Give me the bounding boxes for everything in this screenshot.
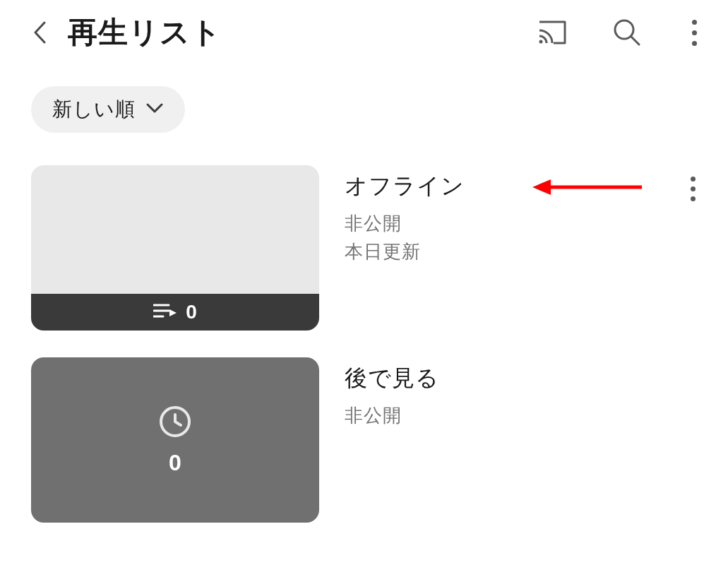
playlist-count-bar: 0	[31, 294, 319, 331]
cast-icon[interactable]	[537, 17, 568, 48]
search-icon[interactable]	[611, 17, 643, 48]
playlist-list: 0 オフライン 非公開 本日更新 0	[0, 143, 728, 523]
svg-point-0	[539, 40, 543, 44]
playlist-visibility: 非公開	[345, 401, 697, 429]
playlist-updated: 本日更新	[345, 237, 697, 266]
sort-label: 新しい順	[52, 96, 136, 123]
list-item-info: オフライン 非公開 本日更新	[345, 165, 697, 266]
app-header: 再生リスト	[0, 0, 728, 65]
sort-chip[interactable]: 新しい順	[31, 86, 185, 133]
playlist-visibility: 非公開	[345, 209, 697, 237]
chevron-down-icon	[145, 102, 164, 117]
playlist-thumbnail-watch-later: 0	[31, 357, 319, 523]
filter-row: 新しい順	[0, 65, 728, 143]
playlist-thumbnail-offline: 0	[31, 165, 319, 331]
playlist-play-icon	[153, 303, 177, 321]
list-item-info: 後で見る 非公開	[345, 357, 697, 429]
header-right	[537, 14, 703, 52]
back-icon[interactable]	[30, 18, 49, 47]
playlist-count: 0	[186, 301, 197, 323]
header-more-icon[interactable]	[686, 14, 703, 52]
header-left: 再生リスト	[30, 13, 222, 52]
playlist-title: 後で見る	[345, 363, 697, 394]
page-title: 再生リスト	[68, 13, 222, 52]
list-item[interactable]: 0 後で見る 非公開	[31, 357, 697, 523]
item-more-icon[interactable]	[685, 174, 701, 204]
clock-icon	[158, 405, 192, 441]
list-item[interactable]: 0 オフライン 非公開 本日更新	[31, 165, 697, 331]
playlist-title: オフライン	[345, 171, 697, 202]
svg-line-2	[631, 37, 639, 44]
playlist-count: 0	[169, 450, 181, 476]
